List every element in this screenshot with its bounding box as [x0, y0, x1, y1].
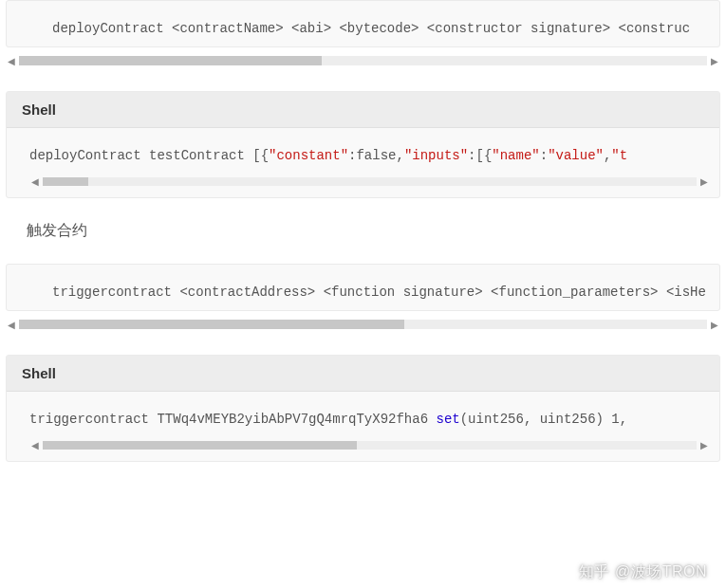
scrollbar-block3[interactable]: ◀ ▶ — [6, 317, 720, 332]
scroll-track[interactable] — [19, 56, 707, 65]
scroll-track[interactable] — [19, 320, 707, 329]
code-block-trigger-usage: triggercontract <contractAddress> <funct… — [6, 264, 720, 311]
code-line: triggercontract TTWq4vMEYB2yibAbPV7gQ4mr… — [29, 409, 710, 430]
code-header: Shell — [7, 356, 719, 392]
scroll-right-icon[interactable]: ▶ — [709, 320, 720, 330]
scrollbar-block1[interactable]: ◀ ▶ — [6, 53, 720, 68]
code-block-trigger-example: Shell triggercontract TTWq4vMEYB2yibAbPV… — [6, 355, 720, 461]
scroll-track[interactable] — [43, 441, 697, 450]
code-block-deploy-usage: deployContract <contractName> <abi> <byt… — [6, 0, 720, 47]
code-line: deployContract testContract [{"constant"… — [29, 145, 710, 166]
code-text: :[{ — [468, 148, 492, 163]
string-literal: "constant" — [269, 148, 348, 163]
watermark: 知乎 @波场TRON — [579, 562, 707, 582]
code-text: deployContract testContract [{ — [29, 148, 269, 163]
code-line: deployContract <contractName> <abi> <byt… — [52, 18, 710, 39]
scroll-left-icon[interactable]: ◀ — [6, 56, 17, 66]
code-header: Shell — [7, 92, 719, 128]
code-body: deployContract <contractName> <abi> <byt… — [7, 1, 719, 46]
code-text: (uint256, uint256) 1, — [460, 412, 627, 427]
scroll-thumb[interactable] — [19, 56, 322, 65]
code-body: triggercontract TTWq4vMEYB2yibAbPV7gQ4mr… — [7, 392, 719, 460]
code-line: triggercontract <contractAddress> <funct… — [52, 282, 710, 303]
scroll-track[interactable] — [43, 177, 697, 186]
scroll-right-icon[interactable]: ▶ — [698, 440, 710, 450]
code-body: deployContract testContract [{"constant"… — [7, 128, 719, 196]
code-text: : — [540, 148, 548, 163]
scroll-right-icon[interactable]: ▶ — [698, 176, 710, 187]
code-body: triggercontract <contractAddress> <funct… — [7, 265, 719, 310]
code-text: :false, — [348, 148, 404, 163]
string-literal: "inputs" — [404, 148, 468, 163]
section-title: 触发合约 — [27, 221, 726, 241]
scrollbar-block2[interactable]: ◀ ▶ — [29, 175, 710, 190]
string-literal: "value" — [548, 148, 604, 163]
scroll-thumb[interactable] — [19, 320, 404, 329]
code-block-deploy-example: Shell deployContract testContract [{"con… — [6, 91, 720, 197]
scroll-thumb[interactable] — [43, 441, 357, 450]
scroll-left-icon[interactable]: ◀ — [29, 176, 41, 187]
scroll-left-icon[interactable]: ◀ — [29, 440, 41, 450]
scrollbar-block4[interactable]: ◀ ▶ — [29, 438, 710, 453]
scroll-thumb[interactable] — [43, 177, 88, 186]
scroll-right-icon[interactable]: ▶ — [709, 56, 720, 66]
code-text: triggercontract TTWq4vMEYB2yibAbPV7gQ4mr… — [29, 412, 436, 427]
keyword: set — [436, 412, 459, 427]
scroll-left-icon[interactable]: ◀ — [6, 320, 17, 330]
string-literal: "t — [611, 148, 627, 163]
string-literal: "name" — [492, 148, 539, 163]
